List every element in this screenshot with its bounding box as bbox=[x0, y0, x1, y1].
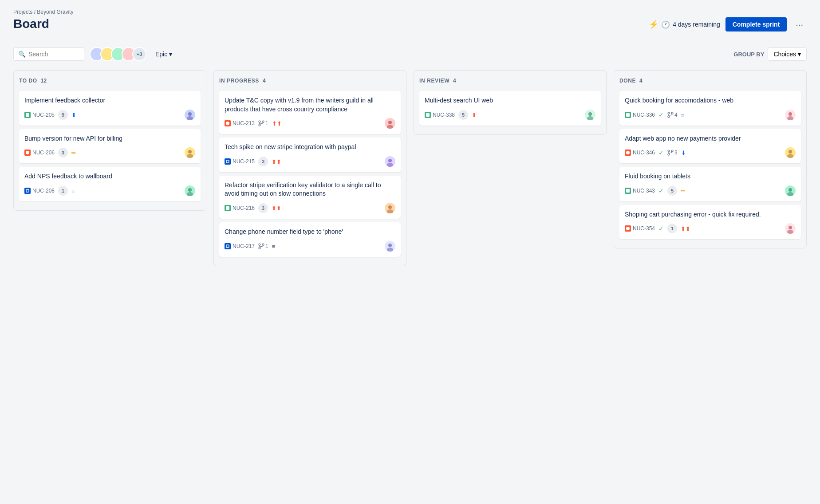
branch-count: 3 bbox=[674, 150, 678, 156]
issue-tag[interactable]: NUC-338 bbox=[425, 112, 455, 118]
card-footer: NUC-2131⬆⬆ bbox=[225, 118, 395, 129]
card-footer: NUC-2081≡ bbox=[24, 185, 195, 196]
card[interactable]: Quick booking for accomodations - webNUC… bbox=[619, 91, 801, 126]
story-icon bbox=[24, 112, 31, 118]
card-title: Shoping cart purchasing error - quick fi… bbox=[625, 210, 796, 219]
svg-point-20 bbox=[388, 205, 392, 209]
card[interactable]: Add NPS feedback to wallboardNUC-2081≡ bbox=[19, 167, 201, 201]
svg-point-23 bbox=[259, 244, 260, 245]
card-title: Add NPS feedback to wallboard bbox=[24, 172, 195, 181]
issue-tag[interactable]: NUC-213 bbox=[225, 120, 255, 126]
svg-point-3 bbox=[26, 151, 29, 154]
page-title: Board bbox=[13, 17, 73, 31]
issue-tag[interactable]: NUC-208 bbox=[24, 188, 55, 194]
svg-rect-6 bbox=[26, 189, 29, 192]
search-box[interactable]: 🔍 bbox=[13, 47, 84, 61]
column-title: TO DO bbox=[19, 78, 37, 84]
branch-icon: 3 bbox=[667, 150, 678, 156]
column-to-do: TO DO 12 Implement feedback collectorNUC… bbox=[13, 70, 206, 211]
branch-count: 4 bbox=[674, 112, 678, 118]
card[interactable]: Multi-dest search UI webNUC-3385⬆ bbox=[419, 91, 601, 126]
svg-point-27 bbox=[388, 244, 392, 247]
svg-rect-16 bbox=[226, 160, 229, 163]
column-in-review: IN REVIEW 4 Multi-dest search UI webNUC-… bbox=[414, 70, 607, 135]
svg-point-39 bbox=[626, 151, 630, 154]
svg-point-51 bbox=[787, 230, 793, 234]
avatar-extra[interactable]: +3 bbox=[132, 47, 146, 61]
card[interactable]: Update T&C copy with v1.9 from the write… bbox=[219, 91, 401, 134]
card[interactable]: Implement feedback collectorNUC-2059⬇ bbox=[19, 91, 201, 126]
issue-tag[interactable]: NUC-354 bbox=[625, 225, 655, 232]
card[interactable]: Tech spike on new stripe integration wit… bbox=[219, 138, 401, 172]
story-points-badge: 3 bbox=[258, 203, 268, 213]
card-title: Implement feedback collector bbox=[24, 96, 195, 105]
issue-tag[interactable]: NUC-206 bbox=[24, 150, 55, 156]
issue-tag[interactable]: NUC-343 bbox=[625, 188, 655, 194]
svg-point-1 bbox=[188, 112, 192, 116]
column-count: 4 bbox=[263, 78, 266, 84]
story-icon bbox=[425, 112, 431, 118]
issue-tag[interactable]: NUC-346 bbox=[625, 150, 655, 156]
priority-icon: ⬇ bbox=[681, 149, 686, 157]
svg-point-44 bbox=[788, 150, 792, 154]
assignee-avatar bbox=[185, 110, 195, 120]
issue-tag[interactable]: NUC-336 bbox=[625, 112, 655, 118]
svg-point-47 bbox=[788, 188, 792, 192]
column-title: DONE bbox=[619, 78, 636, 84]
branch-count: 1 bbox=[265, 243, 268, 249]
issue-tag[interactable]: NUC-216 bbox=[225, 205, 255, 211]
search-input[interactable] bbox=[28, 51, 79, 58]
complete-sprint-button[interactable]: Complete sprint bbox=[725, 17, 787, 32]
card[interactable]: Change phone number field type to 'phone… bbox=[219, 222, 401, 257]
issue-id: NUC-336 bbox=[633, 112, 655, 118]
assignee-avatar bbox=[585, 110, 595, 120]
assignee-avatar bbox=[385, 156, 395, 167]
card[interactable]: Refactor stripe verification key validat… bbox=[219, 176, 401, 219]
column-title: IN PROGRESS bbox=[219, 78, 259, 84]
check-icon: ✓ bbox=[658, 225, 664, 232]
days-remaining: 4 days remaining bbox=[673, 21, 720, 28]
issue-id: NUC-205 bbox=[32, 112, 55, 118]
svg-point-34 bbox=[671, 112, 673, 114]
issue-id: NUC-216 bbox=[233, 205, 255, 211]
assignee-avatar bbox=[785, 223, 796, 234]
issue-tag[interactable]: NUC-215 bbox=[225, 158, 255, 165]
choices-dropdown[interactable]: Choices ▾ bbox=[768, 47, 807, 61]
svg-point-31 bbox=[587, 116, 593, 120]
card-title: Bump version for new API for billing bbox=[24, 134, 195, 143]
task-icon bbox=[24, 188, 31, 194]
svg-point-21 bbox=[387, 209, 393, 213]
svg-point-5 bbox=[187, 154, 193, 158]
card[interactable]: Bump version for new API for billingNUC-… bbox=[19, 129, 201, 164]
issue-id: NUC-217 bbox=[233, 243, 255, 249]
svg-point-9 bbox=[226, 122, 229, 125]
svg-point-15 bbox=[387, 125, 393, 129]
priority-icon: ═ bbox=[71, 149, 75, 157]
card[interactable]: Fluid booking on tabletsNUC-343✓5═ bbox=[619, 167, 801, 201]
card[interactable]: Adapt web app no new payments providerNU… bbox=[619, 129, 801, 164]
card-title: Refactor stripe verification key validat… bbox=[225, 181, 395, 198]
issue-tag[interactable]: NUC-205 bbox=[24, 112, 55, 118]
card-footer: NUC-2153⬆⬆ bbox=[225, 156, 395, 167]
card-title: Update T&C copy with v1.9 from the write… bbox=[225, 96, 395, 114]
story-icon bbox=[225, 205, 231, 211]
branch-icon: 1 bbox=[258, 120, 268, 126]
epic-filter-button[interactable]: Epic ▾ bbox=[152, 48, 176, 60]
svg-rect-0 bbox=[26, 113, 29, 117]
group-by-label: GROUP BY bbox=[733, 51, 764, 58]
issue-tag[interactable]: NUC-217 bbox=[225, 243, 255, 249]
svg-point-17 bbox=[388, 159, 392, 162]
priority-icon: ⬆⬆ bbox=[272, 204, 281, 212]
svg-point-11 bbox=[262, 121, 264, 122]
svg-point-49 bbox=[626, 227, 630, 230]
priority-icon: ═ bbox=[681, 187, 685, 195]
column-count: 12 bbox=[41, 78, 47, 84]
card[interactable]: Shoping cart purchasing error - quick fi… bbox=[619, 205, 801, 240]
more-options-button[interactable]: ··· bbox=[792, 18, 807, 32]
svg-rect-29 bbox=[426, 113, 430, 117]
story-points-badge: 3 bbox=[258, 157, 268, 166]
assignee-avatar bbox=[385, 241, 395, 252]
breadcrumb: Projects / Beyond Gravity bbox=[13, 9, 73, 15]
card-footer: NUC-2163⬆⬆ bbox=[225, 203, 395, 213]
story-points-badge: 3 bbox=[58, 148, 68, 158]
